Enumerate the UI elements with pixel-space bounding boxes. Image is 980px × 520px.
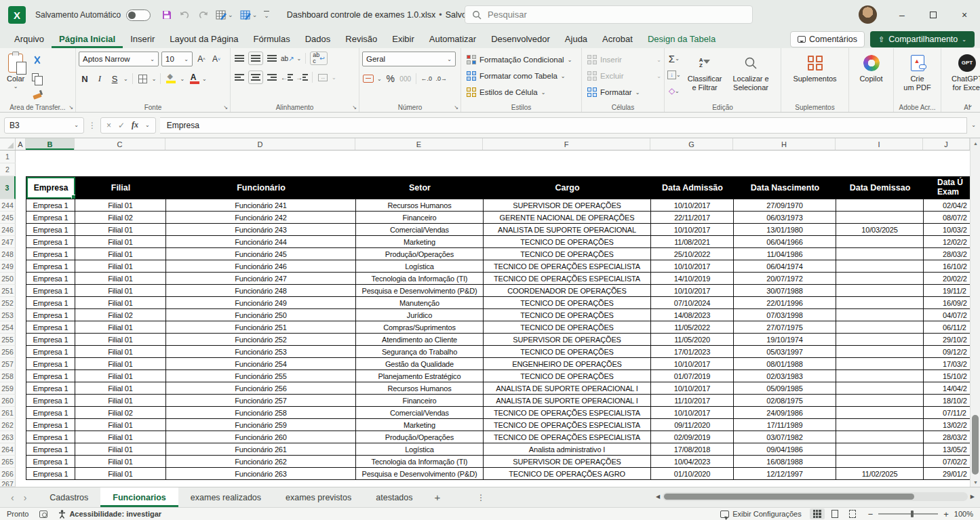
table-cell[interactable]: Filial 01 — [75, 334, 166, 346]
table-cell[interactable]: Funcionário 250 — [166, 309, 356, 321]
table-cell[interactable]: 11/04/1986 — [734, 248, 836, 260]
table-cell[interactable]: Filial 01 — [75, 273, 166, 285]
table-cell[interactable]: 28/03/2 — [924, 431, 970, 443]
table-cell[interactable]: Filial 01 — [75, 248, 166, 260]
normal-view-button[interactable] — [810, 508, 825, 519]
table-cell[interactable]: TECNICO DE OPERAÇÕES AGRO — [484, 468, 651, 480]
table-cell[interactable]: 02/09/2019 — [651, 431, 734, 443]
table-cell[interactable]: Empresa 1 — [26, 468, 75, 480]
decrease-font-button[interactable]: A˅ — [210, 52, 222, 66]
table-cell[interactable]: Logística — [356, 443, 484, 456]
table-cell[interactable]: TECNICO DE OPERAÇÕES — [484, 321, 651, 334]
row-number-246[interactable]: 246 — [0, 224, 16, 236]
table-cell[interactable]: 11/02/2025 — [836, 468, 924, 480]
empty-cells[interactable] — [16, 151, 970, 163]
table-cell[interactable] — [836, 260, 924, 273]
table-cell[interactable]: 10/10/2017 — [651, 285, 734, 297]
align-right-button[interactable] — [266, 71, 278, 84]
row-number-265[interactable]: 265 — [0, 456, 16, 468]
table-cell[interactable]: TECNICO DE OPERAÇÕES ESPECIALISTA — [484, 407, 651, 419]
table-cell[interactable]: 30/07/1988 — [734, 285, 836, 297]
table-cell[interactable]: 29/01/2 — [924, 468, 970, 480]
table-cell[interactable]: Funcionário 242 — [166, 212, 356, 224]
table-cell[interactable] — [836, 297, 924, 309]
row-number-247[interactable]: 247 — [0, 236, 16, 248]
underline-button[interactable]: S — [109, 72, 121, 85]
table-cell[interactable]: Financeiro — [356, 395, 484, 407]
sheet-tab-exames-previstos[interactable]: exames previstos — [273, 487, 364, 507]
table-cell[interactable]: Filial 01 — [75, 285, 166, 297]
table-cell[interactable]: Empresa 1 — [26, 346, 75, 358]
table-cell[interactable]: Empresa 1 — [26, 358, 75, 370]
table-cell[interactable]: 05/09/1985 — [734, 382, 836, 395]
table-cell[interactable]: Analista administrativo I — [484, 443, 651, 456]
table-cell[interactable]: Comercial/Vendas — [356, 407, 484, 419]
table-cell[interactable]: Empresa 1 — [26, 419, 75, 431]
table-cell[interactable]: 11/08/2021 — [651, 236, 734, 248]
table-cell[interactable]: Funcionário 245 — [166, 248, 356, 260]
table-cell[interactable] — [836, 431, 924, 443]
table-cell[interactable]: 12/02/2 — [924, 236, 970, 248]
display-settings-button[interactable]: Exibir Configurações — [720, 510, 802, 518]
table-cell[interactable]: Funcionário 249 — [166, 297, 356, 309]
name-box[interactable]: B3⌄ — [4, 117, 84, 134]
tab-exibir[interactable]: Exibir — [385, 31, 422, 48]
table-cell[interactable]: ANALISTA DE SUPORTE OPERACIONAL I — [484, 395, 651, 407]
table-cell[interactable]: Filial 01 — [75, 224, 166, 236]
sheet-nav-left-icon[interactable]: ‹ — [11, 492, 14, 503]
table-cell[interactable]: Funcionário 263 — [166, 468, 356, 480]
zoom-in-button[interactable]: + — [943, 509, 949, 519]
table-cell[interactable]: Funcionário 251 — [166, 321, 356, 334]
table-cell[interactable]: 14/08/2023 — [651, 309, 734, 321]
table-cell[interactable] — [836, 212, 924, 224]
minimize-button[interactable]: – — [886, 0, 918, 30]
table-cell[interactable]: Filial 01 — [75, 431, 166, 443]
formula-input[interactable]: Empresa — [160, 117, 968, 134]
tab-automatizar[interactable]: Automatizar — [422, 31, 484, 48]
underline-chevron-icon[interactable]: ⌄ — [123, 76, 128, 82]
table-cell[interactable]: TECNICO DE OPERAÇÕES — [484, 248, 651, 260]
table-cell[interactable] — [836, 456, 924, 468]
table-cell[interactable] — [836, 382, 924, 395]
scroll-up-icon[interactable]: ▲ — [971, 138, 980, 148]
row-number-252[interactable]: 252 — [0, 297, 16, 309]
add-sheet-button[interactable]: + — [425, 487, 450, 507]
tab-dados[interactable]: Dados — [298, 31, 338, 48]
table-cell[interactable]: Empresa 1 — [26, 309, 75, 321]
table-cell[interactable] — [836, 370, 924, 382]
table-cell[interactable]: 10/10/2017 — [651, 407, 734, 419]
table-cell[interactable] — [836, 395, 924, 407]
table-cell[interactable]: 17/01/2023 — [651, 346, 734, 358]
fill-button[interactable]: ↓⌄ — [667, 68, 681, 81]
table-cell[interactable]: Pesquisa e Desenvolvimento (P&D) — [356, 285, 484, 297]
table-cell[interactable]: Segurança do Trabalho — [356, 346, 484, 358]
table-cell[interactable]: Funcionário 241 — [166, 199, 356, 212]
table-cell[interactable]: Funcionário 262 — [166, 456, 356, 468]
table-cell[interactable]: 25/10/2022 — [651, 248, 734, 260]
table-cell[interactable]: SUPERVISOR DE OPERAÇÕES — [484, 334, 651, 346]
delete-cells-button[interactable]: Excluir⌄ — [587, 68, 661, 84]
paste-button[interactable]: Colar ⌄ — [3, 52, 28, 92]
quick-table-tool-2[interactable]: ⌄ — [240, 10, 258, 20]
row-number-258[interactable]: 258 — [0, 370, 16, 382]
table-cell[interactable]: 12/12/1997 — [734, 468, 836, 480]
clipboard-dialog-launcher-icon[interactable]: ↘ — [68, 104, 73, 111]
row-number-259[interactable]: 259 — [0, 382, 16, 395]
table-cell[interactable]: 24/09/1986 — [734, 407, 836, 419]
table-cell[interactable] — [836, 321, 924, 334]
all-sheets-menu-icon[interactable]: ⋮ — [477, 487, 485, 507]
select-all-corner[interactable] — [0, 138, 16, 150]
accessibility-status[interactable]: Acessibilidade: investigar — [58, 510, 161, 519]
table-cell[interactable]: Funcionário 246 — [166, 260, 356, 273]
table-cell[interactable]: Funcionário 254 — [166, 358, 356, 370]
row-number-245[interactable]: 245 — [0, 212, 16, 224]
table-cell[interactable]: 06/04/1966 — [734, 236, 836, 248]
number-format-select[interactable]: Geral⌄ — [362, 52, 456, 66]
table-cell[interactable]: 10/04/2023 — [651, 456, 734, 468]
table-cell[interactable]: Filial 01 — [75, 321, 166, 334]
table-cell[interactable]: TECNICO DE OPERAÇÕES — [484, 346, 651, 358]
table-header-funcion-rio[interactable]: Funcionário — [166, 176, 356, 199]
tab-inserir[interactable]: Inserir — [123, 31, 162, 48]
horizontal-scrollbar[interactable]: ◀ ▶ — [656, 491, 975, 502]
table-cell[interactable]: TECNICO DE OPERAÇÕES — [484, 297, 651, 309]
